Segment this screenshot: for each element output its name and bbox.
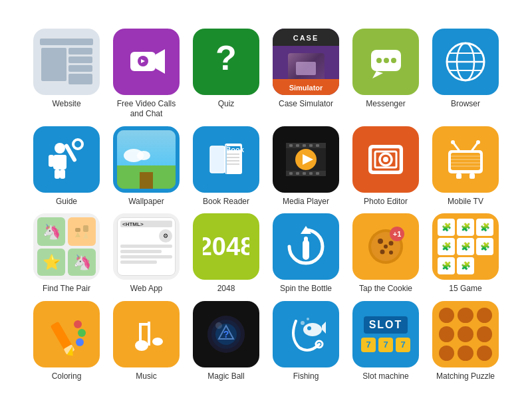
app-slot-label: Slot machine xyxy=(362,371,408,382)
app-2048-label: 2048 xyxy=(217,284,235,294)
app-pair[interactable]: 🦄 ⭐ 🦄 Find The Pair xyxy=(30,213,103,294)
app-spin-label: Spin the Bottle xyxy=(280,284,332,294)
svg-rect-37 xyxy=(303,144,306,147)
app-quiz[interactable]: ? Quiz xyxy=(190,29,263,120)
app-book[interactable]: Book Book Reader xyxy=(190,126,263,207)
svg-point-54 xyxy=(451,140,455,144)
app-matching-label: Matching Puzzle xyxy=(436,371,495,382)
app-quiz-label: Quiz xyxy=(218,99,235,110)
app-fishing[interactable]: Fishing xyxy=(269,301,342,382)
app-slot[interactable]: SLOT 7 7 7 Slot machine xyxy=(349,301,422,382)
svg-point-51 xyxy=(383,157,388,162)
svg-point-74 xyxy=(378,239,383,244)
svg-marker-100 xyxy=(322,322,326,334)
app-wallpaper[interactable]: Wallpaper xyxy=(110,126,183,207)
svg-point-7 xyxy=(376,58,382,63)
app-webapp[interactable]: <HTML> ⚙ Web App xyxy=(110,213,183,294)
app-music-label: Music xyxy=(136,371,156,382)
svg-rect-65 xyxy=(83,225,88,232)
svg-rect-39 xyxy=(316,144,319,147)
app-messenger[interactable]: Messenger xyxy=(349,29,422,120)
svg-rect-19 xyxy=(55,169,60,179)
svg-point-75 xyxy=(389,241,394,246)
app-tv-label: Mobile TV xyxy=(448,197,483,207)
svg-point-22 xyxy=(73,140,82,149)
app-coloring[interactable]: Coloring xyxy=(30,301,103,382)
app-15game-label: 15 Game xyxy=(449,284,481,294)
app-book-label: Book Reader xyxy=(203,197,249,207)
svg-marker-1 xyxy=(156,49,165,74)
svg-marker-67 xyxy=(83,232,88,239)
svg-text:?: ? xyxy=(215,42,237,77)
svg-rect-41 xyxy=(296,172,299,175)
svg-rect-40 xyxy=(289,172,293,175)
svg-marker-6 xyxy=(372,71,383,78)
svg-rect-91 xyxy=(139,323,150,326)
svg-rect-36 xyxy=(296,144,299,147)
app-cookie-label: Tap the Cookie xyxy=(359,284,412,294)
svg-point-8 xyxy=(384,58,389,63)
svg-point-101 xyxy=(307,326,311,330)
svg-point-76 xyxy=(380,250,385,255)
app-videocalls-label: Free Video Callsand Chat xyxy=(117,99,176,120)
svg-marker-66 xyxy=(75,232,80,237)
app-wallpaper-label: Wallpaper xyxy=(128,197,164,207)
app-case[interactable]: CASE Simulator Case Simulator xyxy=(269,29,342,120)
svg-rect-23 xyxy=(210,146,225,173)
app-cookie[interactable]: +1 Tap the Cookie xyxy=(349,213,422,294)
svg-point-86 xyxy=(76,338,84,346)
app-browser-label: Browser xyxy=(451,99,480,110)
svg-point-15 xyxy=(55,143,65,154)
app-fishing-label: Fishing xyxy=(293,371,319,382)
app-2048[interactable]: 2048 2048 xyxy=(190,213,263,294)
svg-point-77 xyxy=(389,251,393,255)
svg-rect-35 xyxy=(289,144,293,147)
svg-point-84 xyxy=(74,320,82,328)
svg-text:2048: 2048 xyxy=(203,233,249,260)
app-browser[interactable]: Browser xyxy=(429,29,502,120)
svg-text:+1: +1 xyxy=(393,230,402,238)
app-case-label: Case Simulator xyxy=(279,99,333,110)
svg-rect-90 xyxy=(139,326,142,346)
app-tv[interactable]: Mobile TV xyxy=(429,126,502,207)
svg-text:?: ? xyxy=(223,329,229,340)
app-photo[interactable]: Photo Editor xyxy=(349,126,422,207)
app-videocalls[interactable]: Free Video Callsand Chat xyxy=(110,29,183,120)
app-website-label: Website xyxy=(52,99,80,110)
app-coloring-label: Coloring xyxy=(52,371,82,382)
app-magic-label: Magic Ball xyxy=(207,371,244,382)
app-music[interactable]: Music xyxy=(110,301,183,382)
svg-rect-43 xyxy=(309,172,313,175)
svg-point-9 xyxy=(391,58,396,63)
svg-text:Book: Book xyxy=(225,146,244,154)
app-photo-label: Photo Editor xyxy=(364,197,408,207)
app-15game[interactable]: 🧩 🧩 🧩 🧩 🧩 🧩 🧩 🧩 15 Game xyxy=(429,213,502,294)
svg-rect-71 xyxy=(304,237,308,243)
app-media[interactable]: Media Player xyxy=(269,126,342,207)
svg-rect-38 xyxy=(309,144,313,147)
svg-point-56 xyxy=(476,140,480,144)
svg-rect-18 xyxy=(61,155,66,167)
svg-rect-17 xyxy=(49,155,54,167)
svg-point-102 xyxy=(301,321,305,325)
app-website[interactable]: Website xyxy=(30,29,103,120)
app-guide-label: Guide xyxy=(56,197,77,207)
app-matching[interactable]: Matching Puzzle xyxy=(429,301,502,382)
svg-point-99 xyxy=(303,323,322,336)
svg-point-97 xyxy=(215,322,222,329)
app-messenger-label: Messenger xyxy=(366,99,405,110)
app-pair-label: Find The Pair xyxy=(43,284,90,294)
svg-point-78 xyxy=(384,245,388,249)
app-magic[interactable]: ? Magic Ball xyxy=(190,301,263,382)
svg-point-103 xyxy=(307,318,309,320)
app-spin[interactable]: Spin the Bottle xyxy=(269,213,342,294)
app-guide[interactable]: Guide xyxy=(30,126,103,207)
app-media-label: Media Player xyxy=(283,197,329,207)
svg-rect-64 xyxy=(75,228,80,232)
svg-rect-57 xyxy=(451,153,480,170)
app-grid: Website Free Video Callsand Chat ? Quiz … xyxy=(17,15,515,395)
svg-point-85 xyxy=(78,329,86,337)
svg-rect-20 xyxy=(60,169,65,179)
svg-rect-63 xyxy=(469,173,475,179)
svg-rect-62 xyxy=(456,173,462,179)
